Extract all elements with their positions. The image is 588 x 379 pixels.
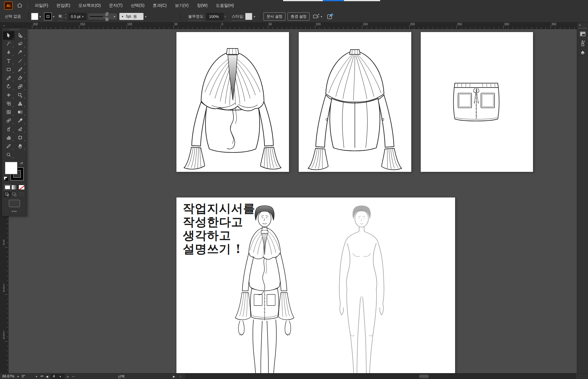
pencil-tool[interactable]	[3, 74, 14, 82]
mesh-tool[interactable]	[3, 108, 14, 116]
type-tool[interactable]	[3, 57, 14, 65]
stroke-dropdown-chevron-icon[interactable]: ▾	[53, 11, 54, 22]
last-artboard-icon[interactable]: ⏭	[72, 375, 74, 378]
home-icon[interactable]	[16, 2, 24, 9]
lasso-tool[interactable]	[14, 40, 26, 48]
menu-item[interactable]: 창(W)	[193, 0, 212, 11]
hand-tool[interactable]	[14, 142, 26, 150]
perspective-grid-tool[interactable]	[14, 99, 26, 108]
jacket-front-sketch[interactable]	[176, 32, 289, 172]
status-text: 선택	[118, 373, 125, 379]
opacity-more-chevron-icon[interactable]: ›	[225, 11, 226, 22]
jacket-back-sketch[interactable]	[299, 32, 411, 172]
shape-builder-tool[interactable]	[3, 99, 14, 108]
menu-item[interactable]: 오브젝트(O)	[74, 0, 105, 11]
menu-item[interactable]: 보기(V)	[171, 0, 193, 11]
swap-fill-stroke-icon[interactable]: ⇄	[20, 161, 23, 165]
curvature-tool[interactable]	[14, 48, 26, 57]
style-chevron-icon[interactable]: ▾	[254, 11, 255, 22]
draw-inside-mode-icon[interactable]	[19, 192, 25, 197]
symbol-sprayer-tool[interactable]	[3, 125, 14, 133]
dock-grip[interactable]	[578, 28, 587, 28]
free-transform-tool[interactable]	[14, 91, 26, 99]
opacity-field[interactable]: 100%	[206, 11, 223, 22]
annotation-text[interactable]: 작업지시서를 작성한다고 생각하고 설명쓰기 !	[183, 202, 255, 256]
slice-tool[interactable]	[14, 125, 26, 133]
knife-tool[interactable]	[3, 142, 14, 150]
next-artboard-icon[interactable]: ▶	[67, 375, 69, 378]
gradient-button[interactable]	[11, 185, 18, 190]
stroke-weight-label[interactable]: 획:	[58, 13, 63, 21]
control-divider	[261, 12, 261, 21]
swatches-panel-icon[interactable]	[578, 30, 587, 38]
edit-toolbar-icon[interactable]: •••	[2, 209, 27, 214]
eraser-tool[interactable]	[14, 74, 26, 82]
share-document-icon[interactable]	[327, 11, 333, 22]
zoom-level-dropdown[interactable]: 66.67%▾	[2, 373, 19, 379]
menu-item[interactable]: 파일(F)	[31, 0, 52, 11]
fill-color-swatch[interactable]	[31, 11, 38, 22]
artboard-4-figure-scene[interactable]: 작업지시서를 작성한다고 생각하고 설명쓰기 !	[176, 197, 455, 373]
width-tool[interactable]	[3, 91, 14, 99]
artboard-3-skirt[interactable]	[421, 32, 533, 172]
rotation-dropdown[interactable]: 0°▾	[22, 373, 37, 379]
fill-dropdown-chevron-icon[interactable]: ▾	[39, 11, 41, 22]
horizontal-scrollbar-thumb[interactable]	[419, 375, 429, 378]
rotate-tool[interactable]	[3, 82, 14, 91]
eyedropper-tool[interactable]	[14, 116, 26, 125]
rectangle-tool[interactable]	[3, 65, 14, 74]
tool-panel-grip[interactable]	[2, 28, 27, 31]
column-graph-tool[interactable]	[3, 133, 14, 142]
play-action-icon[interactable]: ▶	[173, 373, 175, 379]
menu-item[interactable]: 문자(T)	[105, 0, 127, 11]
selection-tool[interactable]	[3, 31, 14, 40]
horizontal-ruler[interactable]: « 20015010050050100150200250300350	[0, 22, 577, 29]
scale-tool[interactable]	[14, 82, 26, 91]
first-artboard-icon[interactable]: ⏮	[41, 375, 43, 378]
zoom-tool[interactable]	[3, 150, 14, 159]
style-label[interactable]: 스타일:	[232, 13, 244, 21]
style-swatch[interactable]	[245, 11, 252, 22]
menu-item[interactable]: 선택(S)	[127, 0, 149, 11]
previous-artboard-icon[interactable]: ◀	[46, 375, 48, 378]
color-button[interactable]	[4, 185, 11, 190]
artboard-1-jacket-front[interactable]	[176, 32, 289, 172]
stroke-style-dropdown[interactable]: 균일 ▾	[88, 11, 117, 22]
artboard-number-field[interactable]: 4▾	[51, 374, 64, 379]
paintbrush-tool[interactable]	[14, 65, 26, 74]
direct-selection-tool[interactable]	[14, 31, 26, 40]
pen-tool[interactable]	[3, 48, 14, 57]
artboard-tool[interactable]	[14, 133, 26, 142]
brush-dropdown[interactable]: ● 5pt. 원 ▾	[119, 11, 146, 22]
menu-item[interactable]: 도움말(H)	[212, 0, 238, 11]
line-segment-tool[interactable]	[14, 57, 26, 65]
horizontal-scrollbar[interactable]	[185, 373, 576, 379]
magic-wand-tool[interactable]	[3, 40, 14, 48]
canvas[interactable]: 작업지시서를 작성한다고 생각하고 설명쓰기 !	[0, 29, 588, 373]
document-setup-button[interactable]: 문서 설정	[263, 11, 285, 22]
none-button[interactable]	[19, 185, 25, 190]
gradient-tool[interactable]	[14, 108, 26, 116]
default-fill-stroke-icon[interactable]	[4, 177, 9, 181]
fill-indicator[interactable]	[5, 162, 17, 174]
brushes-panel-icon[interactable]	[578, 39, 587, 47]
draw-behind-mode-icon[interactable]	[11, 192, 18, 197]
artboard-2-jacket-back[interactable]	[299, 32, 411, 172]
stroke-weight-stepper[interactable]: ⌃⌄	[64, 11, 67, 22]
app-logo-icon[interactable]: Ai	[4, 1, 13, 10]
stroke-color-swatch[interactable]	[44, 11, 51, 22]
tool-panel: ⇄ •••	[2, 28, 27, 216]
menu-item[interactable]: 효과(C)	[148, 0, 171, 11]
stroke-style-preview	[90, 16, 103, 17]
arrange-documents-icon[interactable]: ▾	[313, 11, 322, 22]
preferences-button[interactable]: 환경 설정	[288, 11, 310, 22]
skirt-sketch[interactable]	[421, 32, 533, 172]
blend-tool[interactable]	[3, 116, 14, 125]
screen-mode-button[interactable]	[9, 200, 20, 207]
menu-item[interactable]: 편집(E)	[52, 0, 74, 11]
opacity-label[interactable]: 불투명도:	[188, 13, 205, 21]
draw-normal-mode-icon[interactable]	[4, 192, 11, 197]
stroke-weight-chevron-icon[interactable]: ▾	[82, 11, 83, 22]
dock-collapse-icon[interactable]: «	[579, 23, 581, 27]
collapse-left-icon[interactable]: ‹	[180, 373, 181, 379]
